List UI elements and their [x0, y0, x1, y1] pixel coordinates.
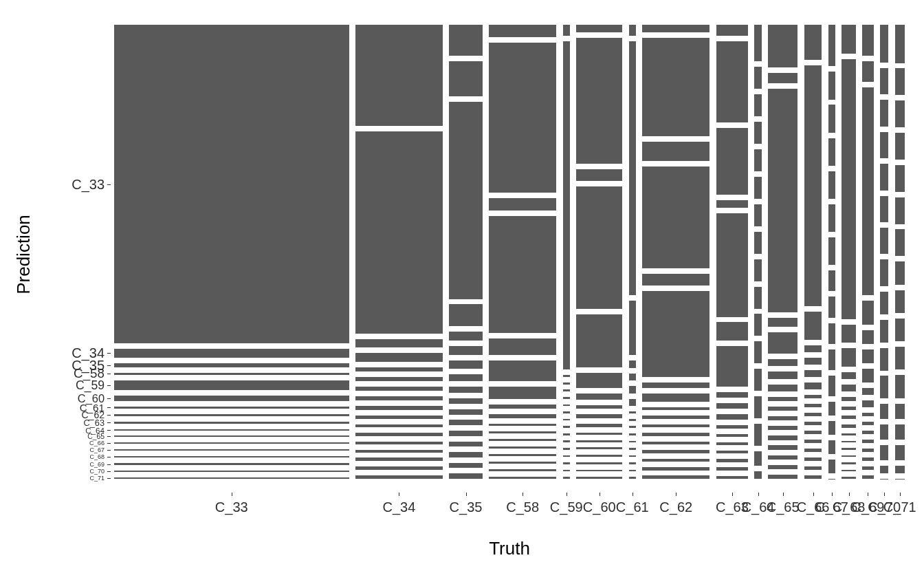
cell-C_69-C_70 [862, 466, 874, 470]
cell-C_33-C_61 [114, 407, 349, 409]
cell-C_66-C_33 [804, 25, 822, 60]
cell-C_64-C_34 [754, 67, 761, 89]
cell-C_65-C_67 [768, 435, 798, 440]
cell-C_71-C_64 [895, 319, 905, 341]
cell-C_58-C_34 [489, 43, 556, 193]
cell-C_33-C_69 [114, 463, 349, 466]
cell-C_68-C_68 [842, 455, 856, 457]
cell-C_33-C_65 [114, 435, 349, 437]
cell-C_67-C_71 [828, 479, 835, 480]
y-tick [107, 422, 111, 423]
cell-C_69-C_64 [862, 413, 874, 416]
column-C_60 [576, 25, 622, 479]
cell-C_34-C_63 [355, 406, 443, 410]
cell-C_70-C_68 [880, 424, 888, 440]
column-C_70 [880, 25, 888, 479]
cell-C_62-C_62 [642, 394, 710, 401]
cell-C_67-C_59 [828, 171, 835, 199]
cell-C_64-C_68 [754, 396, 761, 418]
cell-C_35-C_63 [449, 387, 483, 394]
cell-C_60-C_61 [576, 394, 622, 399]
y-tick [107, 436, 111, 437]
cell-C_58-C_67 [489, 446, 556, 449]
x-tick [884, 493, 885, 496]
cell-C_58-C_69 [489, 462, 556, 464]
cell-C_60-C_62 [576, 405, 622, 409]
x-tick [566, 493, 567, 496]
cell-C_33-C_59 [114, 380, 349, 390]
cell-C_35-C_67 [449, 431, 483, 436]
cell-C_67-C_62 [828, 270, 835, 291]
x-tick [783, 493, 784, 496]
cell-C_35-C_61 [449, 360, 483, 369]
cell-C_65-C_68 [768, 445, 798, 449]
x-label-C_58: C_58 [506, 499, 539, 515]
cell-C_61-C_34 [629, 41, 636, 296]
cell-C_61-C_63 [629, 419, 636, 421]
cell-C_62-C_65 [642, 424, 710, 428]
cell-C_62-C_58 [642, 166, 710, 268]
cell-C_62-C_67 [642, 442, 710, 445]
cell-C_58-C_64 [489, 424, 556, 426]
x-tick [466, 493, 467, 496]
cell-C_34-C_68 [355, 450, 443, 453]
cell-C_63-C_60 [716, 322, 749, 341]
cell-C_34-C_61 [355, 387, 443, 391]
x-axis-title: Truth [489, 538, 530, 559]
cell-C_60-C_60 [576, 373, 622, 388]
cell-C_65-C_66 [768, 426, 798, 430]
cell-C_67-C_34 [828, 72, 835, 99]
x-tick [813, 493, 814, 496]
cell-C_68-C_71 [842, 477, 856, 479]
y-tick [107, 464, 111, 465]
cell-C_66-C_62 [804, 395, 822, 398]
cell-C_59-C_65 [563, 433, 570, 435]
cell-C_65-C_60 [768, 359, 798, 366]
y-tick [107, 184, 111, 185]
cell-C_34-C_62 [355, 396, 443, 400]
x-tick [676, 493, 676, 496]
cell-C_61-C_58 [629, 360, 636, 368]
cell-C_62-C_64 [642, 416, 710, 419]
cell-C_68-C_58 [842, 348, 856, 366]
x-label-C_65: C_65 [767, 499, 800, 515]
cell-C_64-C_64 [754, 287, 761, 309]
cell-C_33-C_33 [114, 25, 349, 343]
cell-C_68-C_63 [842, 416, 856, 419]
y-tick [107, 374, 111, 374]
cell-C_68-C_69 [842, 462, 856, 464]
cell-C_66-C_35 [804, 312, 822, 340]
cell-C_60-C_70 [576, 470, 622, 472]
cell-C_63-C_58 [716, 200, 749, 208]
y-tick [107, 450, 111, 451]
cell-C_69-C_66 [862, 431, 874, 434]
cell-C_64-C_63 [754, 259, 761, 281]
cell-C_70-C_35 [880, 100, 888, 126]
column-C_62 [642, 25, 710, 479]
cell-C_69-C_33 [862, 25, 874, 56]
x-tick [849, 493, 850, 496]
cell-C_66-C_63 [804, 404, 822, 407]
x-label-C_62: C_62 [659, 499, 692, 515]
cell-C_58-C_71 [489, 477, 556, 479]
x-tick [832, 493, 833, 496]
cell-C_60-C_35 [576, 169, 622, 181]
cell-C_61-C_65 [629, 433, 636, 435]
cell-C_66-C_69 [804, 457, 822, 461]
cell-C_70-C_62 [880, 259, 888, 286]
cell-C_64-C_33 [754, 25, 761, 61]
cell-C_70-C_34 [880, 68, 888, 94]
cell-C_64-C_69 [754, 424, 761, 446]
cell-C_35-C_35 [449, 102, 483, 299]
y-tick [107, 443, 111, 444]
y-tick [107, 471, 111, 472]
cell-C_66-C_66 [804, 431, 822, 434]
cell-C_34-C_66 [355, 433, 443, 436]
cell-C_66-C_34 [804, 65, 822, 306]
cell-C_70-C_58 [880, 132, 888, 158]
cell-C_71-C_60 [895, 197, 905, 224]
y-label-C_68: C_68 [89, 453, 104, 460]
y-label-C_33: C_33 [72, 176, 104, 192]
cell-C_70-C_33 [880, 25, 888, 63]
cell-C_64-C_61 [754, 204, 761, 226]
